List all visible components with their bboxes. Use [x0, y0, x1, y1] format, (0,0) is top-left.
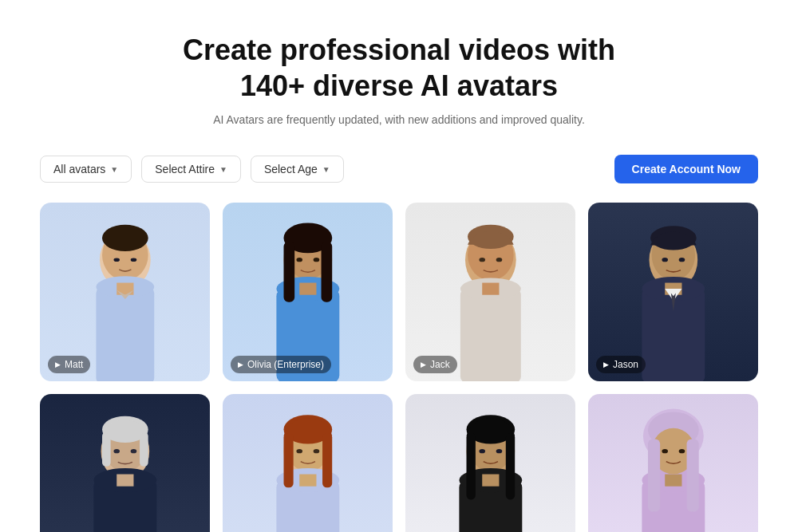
svg-rect-41 [117, 474, 133, 486]
avatar-label-jason: ▶ Jason [596, 356, 646, 373]
age-label: Select Age [264, 163, 318, 175]
avatar-figure-lily [40, 394, 210, 532]
select-attire-filter[interactable]: Select Attire ▼ [141, 156, 241, 183]
svg-rect-54 [322, 433, 332, 487]
hero-subtitle: AI Avatars are frequently updated, with … [40, 113, 758, 126]
controls-row: All avatars ▼ Select Attire ▼ Select Age… [40, 155, 758, 183]
svg-point-75 [662, 449, 668, 453]
svg-rect-21 [460, 289, 521, 380]
avatar-figure-jack [405, 203, 575, 381]
hero-section: Create professional videos with140+ dive… [40, 32, 758, 126]
svg-rect-64 [505, 433, 514, 499]
avatar-figure-paige [223, 394, 393, 532]
avatar-label-olivia: ▶ Olivia (Enterprise) [231, 356, 331, 373]
avatar-name-matt: Matt [65, 359, 83, 370]
avatars-grid: ▶ Matt [40, 203, 758, 532]
svg-rect-4 [117, 283, 133, 295]
avatar-card-lily[interactable]: ▶ Lily (Enterprise) [40, 394, 210, 532]
svg-rect-53 [283, 433, 293, 487]
avatar-card-jack[interactable]: ▶ Jack [405, 203, 575, 381]
avatar-label-matt: ▶ Matt [48, 356, 90, 373]
svg-point-7 [113, 258, 120, 262]
svg-rect-78 [686, 439, 698, 511]
avatar-card-helia[interactable]: ▶ Helia [588, 394, 758, 532]
svg-rect-44 [140, 433, 148, 467]
svg-rect-16 [321, 242, 332, 302]
avatar-figure-matt [40, 203, 210, 381]
avatar-name-jason: Jason [613, 359, 638, 370]
svg-rect-63 [466, 433, 475, 499]
avatar-name-olivia: Olivia (Enterprise) [247, 359, 324, 370]
avatar-name-jack: Jack [430, 359, 450, 370]
create-account-button[interactable]: Create Account Now [614, 155, 758, 183]
avatar-figure-alex [405, 394, 575, 532]
svg-point-17 [296, 258, 302, 262]
page-container: Create professional videos with140+ dive… [0, 0, 798, 532]
all-avatars-filter[interactable]: All avatars ▼ [40, 156, 132, 183]
svg-point-35 [662, 258, 668, 262]
svg-point-6 [102, 225, 148, 251]
play-icon: ▶ [55, 361, 61, 368]
svg-rect-2 [96, 287, 154, 381]
svg-point-56 [313, 449, 319, 453]
attire-label: Select Attire [155, 163, 215, 175]
svg-rect-23 [482, 283, 499, 295]
play-icon: ▶ [238, 361, 243, 368]
svg-point-66 [496, 449, 502, 453]
avatar-card-jason[interactable]: ▶ Jason [588, 203, 758, 381]
svg-point-46 [130, 449, 136, 453]
chevron-down-icon: ▼ [219, 165, 227, 174]
chevron-down-icon: ▼ [110, 165, 118, 174]
svg-rect-43 [102, 433, 111, 467]
avatar-label-jack: ▶ Jack [413, 356, 457, 373]
chevron-down-icon: ▼ [322, 165, 330, 174]
svg-rect-13 [299, 283, 316, 295]
svg-point-25 [479, 258, 485, 262]
svg-point-8 [130, 258, 136, 262]
play-icon: ▶ [603, 361, 609, 368]
svg-rect-51 [299, 474, 316, 486]
svg-point-18 [313, 258, 319, 262]
svg-point-36 [678, 258, 685, 262]
svg-rect-61 [482, 474, 499, 486]
select-age-filter[interactable]: Select Age ▼ [251, 156, 344, 183]
page-title: Create professional videos with140+ dive… [40, 32, 758, 104]
svg-point-76 [678, 449, 685, 453]
avatar-card-matt[interactable]: ▶ Matt [40, 203, 210, 381]
svg-rect-77 [648, 439, 660, 511]
svg-point-26 [496, 258, 502, 262]
svg-point-55 [296, 449, 302, 453]
svg-rect-71 [665, 474, 681, 486]
all-avatars-label: All avatars [53, 163, 105, 175]
svg-point-45 [113, 449, 120, 453]
play-icon: ▶ [421, 361, 426, 368]
svg-point-65 [479, 449, 485, 453]
avatar-card-olivia[interactable]: ▶ Olivia (Enterprise) [223, 203, 393, 381]
avatar-figure-helia [588, 394, 758, 532]
avatar-card-paige[interactable]: ▶ Paige (Enterprise) [223, 394, 393, 532]
avatar-figure-olivia [223, 203, 393, 381]
avatar-card-alex[interactable]: ▶ Alex [405, 394, 575, 532]
avatar-figure-jason [588, 203, 758, 381]
svg-rect-15 [283, 242, 294, 302]
